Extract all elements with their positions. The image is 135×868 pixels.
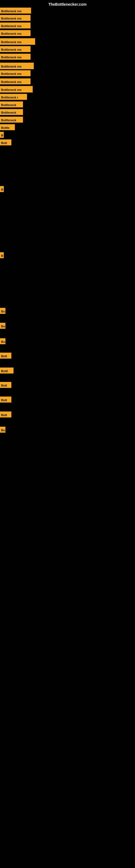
bottleneck-item-14[interactable]: Bottleneck	[0, 109, 23, 115]
bottleneck-item-6[interactable]: Bottleneck res	[0, 46, 31, 52]
bottleneck-item-27[interactable]: Bott	[0, 397, 11, 403]
bottleneck-item-8[interactable]: Bottleneck res	[0, 63, 34, 69]
bottleneck-item-2[interactable]: Bottleneck res	[0, 15, 31, 21]
bottleneck-item-22[interactable]: Bo	[0, 323, 5, 329]
bottleneck-item-10[interactable]: Bottleneck res	[0, 79, 31, 84]
bottleneck-item-28[interactable]: Bott	[0, 411, 11, 417]
bottleneck-item-26[interactable]: Bott	[0, 382, 11, 388]
bottleneck-item-3[interactable]: Bottleneck res	[0, 23, 31, 29]
bottleneck-item-9[interactable]: Bottleneck res	[0, 70, 31, 76]
bottleneck-item-13[interactable]: Bottleneck	[0, 101, 23, 107]
bottleneck-item-21[interactable]: Bo	[0, 308, 5, 314]
bottleneck-item-18[interactable]: Bott	[0, 140, 11, 145]
bottleneck-item-7[interactable]: Bottleneck res	[0, 54, 31, 60]
bottleneck-item-25[interactable]: Bottl	[0, 368, 13, 373]
bottleneck-item-11[interactable]: Bottleneck res	[0, 86, 33, 93]
bottleneck-item-23[interactable]: Bo	[0, 338, 5, 344]
bottleneck-item-12[interactable]: Bottleneck r	[0, 94, 27, 100]
site-title: TheBottlenecker.com	[0, 2, 135, 6]
bottleneck-item-20[interactable]: B	[0, 252, 4, 258]
bottleneck-item-15[interactable]: Bottleneck	[0, 117, 23, 123]
bottleneck-item-19[interactable]: B	[0, 186, 4, 192]
bottleneck-item-16[interactable]: Bottle	[0, 124, 15, 130]
bottleneck-item-29[interactable]: Bo	[0, 427, 5, 433]
bottleneck-item-4[interactable]: Bottleneck res	[0, 30, 31, 36]
bottleneck-item-1[interactable]: Bottleneck res	[0, 8, 31, 13]
bottleneck-item-5[interactable]: Bottleneck res	[0, 38, 35, 45]
bottleneck-item-24[interactable]: Bott	[0, 352, 11, 359]
bottleneck-item-17[interactable]: B	[0, 132, 4, 138]
